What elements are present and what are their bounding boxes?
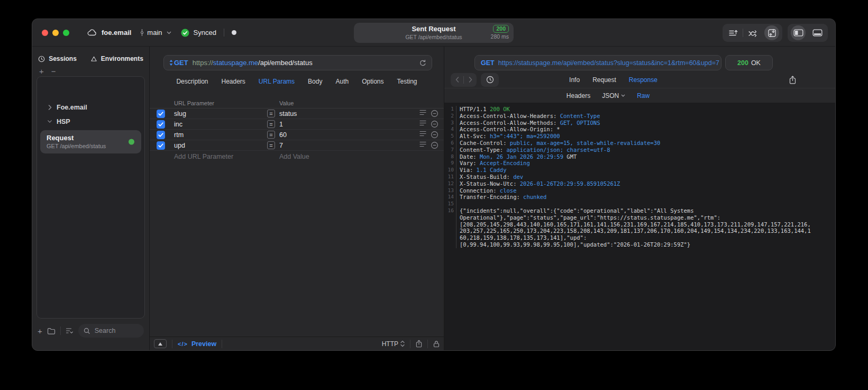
tab-headers[interactable]: Headers — [221, 78, 245, 85]
request-url-bar[interactable]: GET https://statuspage.me/api/embed/stat… — [163, 55, 432, 70]
response-line: 3Access-Control-Allow-Methods: GET, OPTI… — [444, 120, 835, 126]
param-name[interactable]: slug — [174, 110, 267, 117]
subtab-json[interactable]: JSON — [602, 92, 625, 99]
param-checkbox[interactable] — [157, 141, 165, 150]
response-share-icon[interactable] — [789, 76, 796, 84]
response-line: 4Access-Control-Allow-Origin: * — [444, 126, 835, 133]
param-row: upd = 7 — [150, 140, 444, 151]
add-url-parameter-button[interactable]: Add URL Parameter — [174, 153, 267, 160]
traffic-lights — [42, 30, 69, 36]
param-name[interactable]: rtm — [174, 131, 267, 139]
tab-response[interactable]: Response — [629, 76, 657, 84]
collapse-panel-icon[interactable] — [154, 339, 167, 348]
tab-environments[interactable]: Environments — [90, 55, 143, 62]
close-window-button[interactable] — [42, 30, 48, 36]
status-code: 200 — [737, 59, 748, 67]
search-field[interactable] — [78, 324, 144, 338]
reload-icon[interactable] — [419, 59, 426, 67]
sidebar: Sessions Environments + − — [32, 47, 150, 350]
chevron-down-icon — [167, 31, 171, 34]
response-url-bar[interactable]: GET https://statuspage.me/api/embed/stat… — [474, 55, 721, 70]
param-value[interactable]: 1 — [279, 121, 414, 128]
sync-label: Synced — [194, 29, 216, 37]
add-request-button[interactable]: + — [39, 67, 44, 75]
search-input[interactable] — [94, 326, 139, 335]
response-code: 1HTTP/1.1 200 OK2Access-Control-Allow-He… — [444, 106, 835, 248]
equals-icon[interactable]: = — [267, 120, 275, 128]
sort-lines-icon[interactable] — [724, 24, 743, 42]
tab-testing[interactable]: Testing — [397, 78, 417, 85]
response-line: 60,218,159,138,178,135,173,141],"upd": — [444, 234, 835, 241]
response-line: [0,99.94,100,99.93,99.98,99.95,100],"upd… — [444, 241, 835, 248]
tree-group-foe-email[interactable]: Foe.email — [37, 100, 144, 114]
response-body[interactable]: 1HTTP/1.1 200 OK2Access-Control-Allow-He… — [444, 103, 835, 350]
lock-icon[interactable] — [433, 340, 440, 348]
tab-auth[interactable]: Auth — [335, 78, 349, 85]
response-line: 11X-Status-Build: dev — [444, 174, 835, 180]
tab-description[interactable]: Description — [176, 78, 208, 85]
tab-info[interactable]: Info — [569, 76, 580, 84]
response-line: 1HTTP/1.1 200 OK — [444, 106, 835, 113]
add-value-button[interactable]: Add Value — [279, 153, 414, 160]
param-name[interactable]: upd — [174, 142, 267, 149]
reorder-icon[interactable] — [419, 141, 426, 149]
pill-title: Sent Request — [412, 25, 455, 33]
request-pane: GET https://statuspage.me/api/embed/stat… — [150, 47, 444, 350]
sync-status[interactable]: Synced — [181, 29, 216, 37]
request-item-title: Request — [47, 134, 135, 142]
search-icon — [84, 328, 90, 334]
remove-param-icon[interactable] — [431, 120, 438, 128]
equals-icon[interactable]: = — [267, 141, 275, 149]
equals-icon[interactable]: = — [267, 131, 275, 139]
remove-param-icon[interactable] — [431, 141, 438, 149]
tree-group-hsp[interactable]: HSP — [37, 114, 144, 129]
equals-icon[interactable]: = — [267, 110, 275, 117]
response-line: 203,257,225,165,250,173,204,223,158,208,… — [444, 228, 835, 234]
branch-selector[interactable]: main — [140, 29, 171, 37]
remove-param-icon[interactable] — [431, 110, 438, 117]
chevron-down-icon — [48, 120, 52, 123]
request-share-icon[interactable] — [416, 340, 422, 348]
param-name[interactable]: inc — [174, 121, 267, 128]
filter-list-icon[interactable] — [66, 328, 74, 334]
toggle-bottom-panel-icon[interactable] — [808, 24, 827, 42]
method-selector[interactable]: GET — [169, 59, 188, 67]
tab-options[interactable]: Options — [362, 78, 383, 85]
method-label: GET — [174, 59, 188, 67]
environments-icon — [90, 56, 97, 62]
reorder-icon[interactable] — [419, 131, 426, 139]
project-switcher[interactable]: foe.email — [87, 29, 131, 37]
tab-url-params[interactable]: URL Params — [259, 78, 295, 85]
response-nav: InfoRequestResponse — [444, 71, 835, 88]
param-value[interactable]: 7 — [279, 142, 414, 149]
tab-request[interactable]: Request — [592, 76, 616, 84]
new-folder-icon[interactable] — [47, 328, 56, 334]
request-status-pill[interactable]: Sent Request GET /api/embed/status 200 2… — [354, 23, 514, 43]
new-item-button[interactable]: + — [38, 327, 42, 335]
param-checkbox[interactable] — [157, 131, 165, 139]
remove-param-icon[interactable] — [431, 131, 438, 139]
tab-sessions[interactable]: Sessions — [38, 55, 77, 62]
param-value[interactable]: status — [279, 110, 414, 117]
cloud-icon — [87, 29, 97, 36]
merge-arrows-icon[interactable] — [743, 24, 762, 42]
reorder-icon[interactable] — [419, 110, 426, 117]
subtab-raw[interactable]: Raw — [637, 92, 650, 99]
subtab-headers[interactable]: Headers — [567, 92, 590, 99]
param-checkbox[interactable] — [157, 120, 165, 129]
sidebar-request-item[interactable]: Request GET /api/embed/status — [40, 130, 141, 153]
param-checkbox[interactable] — [157, 110, 165, 118]
remove-request-button[interactable]: − — [51, 67, 56, 75]
add-param-row: Add URL Parameter Add Value — [150, 151, 444, 162]
status-dot — [232, 30, 236, 35]
import-export-icon[interactable] — [762, 24, 781, 42]
desktop-background: foe.email main Synced — [0, 0, 868, 390]
param-value[interactable]: 60 — [279, 131, 414, 139]
preview-button[interactable]: </> Preview — [178, 340, 216, 348]
tab-body[interactable]: Body — [308, 78, 322, 85]
toggle-left-sidebar-icon[interactable] — [789, 24, 808, 42]
minimize-window-button[interactable] — [52, 30, 59, 36]
reorder-icon[interactable] — [419, 120, 426, 128]
zoom-window-button[interactable] — [63, 30, 69, 36]
protocol-selector[interactable]: HTTP — [382, 340, 405, 348]
